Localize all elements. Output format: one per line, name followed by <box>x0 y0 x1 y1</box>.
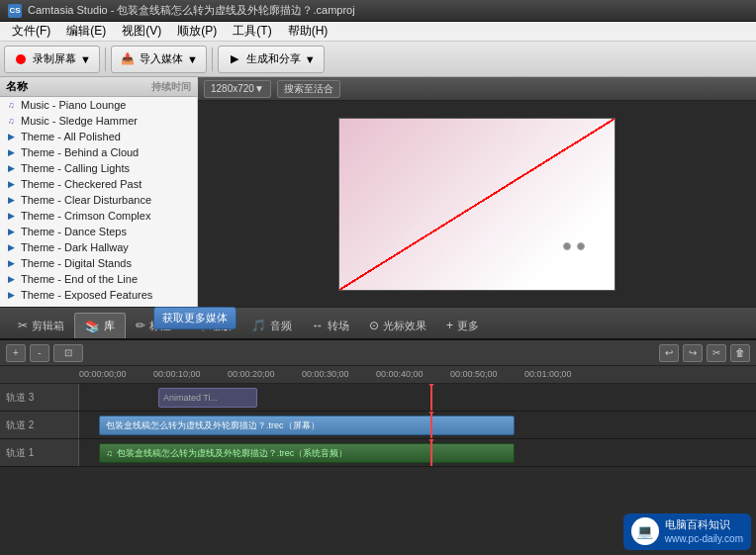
app-icon: CS <box>8 4 22 18</box>
theme-icon: ▶ <box>4 288 18 302</box>
search-field[interactable]: 搜索至活合 <box>277 80 340 98</box>
toolbar-separator <box>105 47 106 71</box>
media-item[interactable]: ▶Theme - Calling Lights <box>0 160 197 176</box>
media-item-label: Theme - Main Event <box>21 305 119 307</box>
tab-更多[interactable]: +更多 <box>436 313 489 338</box>
track-row-1: 轨道 1 ♫ 包装盒线稿怎么转为虚线及外轮廓描边？.trec（系统音频） <box>0 439 756 467</box>
main-content: 名称 持续时间 ♫Music - Piano Lounge♫Music - Sl… <box>0 77 756 307</box>
toolbar-separator-2 <box>212 47 213 71</box>
menu-file[interactable]: 文件(F) <box>4 21 58 42</box>
time-0: 00:00:00;00 <box>79 369 127 379</box>
playhead-2 <box>430 412 432 438</box>
tab-label-音频: 音频 <box>270 319 292 333</box>
animated-clip[interactable]: Animated Ti... <box>158 388 257 408</box>
bottom-tabs: ✂剪辑箱📚库✏标注🔍缩放🎵音频↔转场⊙光标效果+更多 <box>0 307 756 338</box>
media-item[interactable]: ▶Theme - Dance Steps <box>0 224 197 239</box>
time-60: 00:01:00;00 <box>524 369 572 379</box>
media-item[interactable]: ▶Theme - Clear Disturbance <box>0 192 197 208</box>
media-item-label: Theme - Digital Stands <box>21 257 132 269</box>
track-content-1[interactable]: ♫ 包装盒线稿怎么转为虚线及外轮廓描边？.trec（系统音频） <box>79 439 756 466</box>
music-icon: ♫ <box>4 114 18 128</box>
tab-label-转场: 转场 <box>328 319 349 333</box>
time-40: 00:00:40;00 <box>376 369 424 379</box>
time-20: 00:00:20;00 <box>228 369 275 379</box>
track-row-3: 轨道 3 Animated Ti... <box>0 384 756 412</box>
timeline-area: + - ⊡ ↩ ↪ ✂ 🗑 00:00:00;00 00:00:10;00 00… <box>0 338 756 467</box>
track-content-3[interactable]: Animated Ti... <box>79 384 756 411</box>
title-bar: CS Camtasia Studio - 包装盒线稿怎么转为虚线及外轮廓描边？.… <box>0 0 756 22</box>
playhead-3 <box>430 384 432 411</box>
generate-icon: ▶ <box>227 51 242 67</box>
tab-icon-剪辑箱: ✂ <box>18 319 28 332</box>
menu-play[interactable]: 顺放(P) <box>169 21 225 42</box>
media-item-label: Theme - All Polished <box>21 131 121 142</box>
tab-icon-光标效果: ⊙ <box>369 319 379 332</box>
generate-share-button[interactable]: ▶ 生成和分享 ▼ <box>218 46 325 73</box>
redo-button[interactable]: ↪ <box>683 344 703 362</box>
music-icon: ♫ <box>4 98 18 112</box>
split-button[interactable]: ✂ <box>707 344 726 362</box>
import-media-button[interactable]: 📥 导入媒体 ▼ <box>111 46 207 73</box>
theme-icon: ▶ <box>4 193 18 207</box>
media-item[interactable]: ▶Theme - Digital Stands <box>0 255 197 271</box>
time-30: 00:00:30;00 <box>302 369 349 379</box>
tab-转场[interactable]: ↔转场 <box>302 313 359 338</box>
tab-音频[interactable]: 🎵音频 <box>241 313 302 338</box>
panel-header: 名称 持续时间 <box>0 77 197 97</box>
track-label-1: 轨道 1 <box>0 439 79 466</box>
menu-help[interactable]: 帮助(H) <box>280 21 336 42</box>
fit-button[interactable]: ⊡ <box>53 344 83 362</box>
preview-toolbar: 1280x720 ▼ 搜索至活合 <box>198 77 756 101</box>
media-item-label: Theme - End of the Line <box>21 273 138 285</box>
menu-tools[interactable]: 工具(T) <box>225 21 279 42</box>
menu-bar: 文件(F) 编辑(E) 视图(V) 顺放(P) 工具(T) 帮助(H) <box>0 22 756 42</box>
tab-icon-音频: 🎵 <box>251 319 266 332</box>
theme-icon: ▶ <box>4 130 18 143</box>
media-item[interactable]: ▶Theme - End of the Line <box>0 271 197 287</box>
media-item-label: Theme - Exposed Features <box>21 289 152 301</box>
tab-icon-标注: ✏ <box>136 319 145 332</box>
media-item-label: Music - Piano Lounge <box>21 99 126 111</box>
media-item-label: Theme - Behind a Cloud <box>21 146 139 158</box>
resolution-selector[interactable]: 1280x720 ▼ <box>204 80 271 98</box>
watermark-text: 电脑百科知识 www.pc-daily.com <box>665 517 743 546</box>
menu-view[interactable]: 视图(V) <box>114 21 169 42</box>
theme-icon: ▶ <box>4 161 18 175</box>
watermark-icon: 💻 <box>631 517 659 545</box>
record-screen-button[interactable]: 录制屏幕 ▼ <box>4 46 100 73</box>
preview-dots <box>563 242 585 250</box>
theme-icon: ▶ <box>4 209 18 223</box>
theme-icon: ▶ <box>4 256 18 270</box>
tab-icon-库: 📚 <box>85 320 100 333</box>
tab-剪辑箱[interactable]: ✂剪辑箱 <box>8 313 74 338</box>
tab-label-更多: 更多 <box>457 319 479 333</box>
zoom-in-button[interactable]: + <box>6 344 26 362</box>
media-library-panel: 名称 持续时间 ♫Music - Piano Lounge♫Music - Sl… <box>0 77 198 307</box>
theme-icon: ▶ <box>4 177 18 191</box>
undo-button[interactable]: ↩ <box>659 344 679 362</box>
media-item[interactable]: ▶Theme - Exposed Features <box>0 287 197 303</box>
audio-clip[interactable]: ♫ 包装盒线稿怎么转为虚线及外轮廓描边？.trec（系统音频） <box>99 443 515 463</box>
menu-edit[interactable]: 编辑(E) <box>58 21 114 42</box>
media-list[interactable]: ♫Music - Piano Lounge♫Music - Sledge Ham… <box>0 97 197 307</box>
media-item[interactable]: ▶Theme - Behind a Cloud <box>0 144 197 160</box>
tab-光标效果[interactable]: ⊙光标效果 <box>359 313 436 338</box>
tab-库[interactable]: 📚库 <box>74 313 126 338</box>
delete-button[interactable]: 🗑 <box>730 344 750 362</box>
import-icon: 📥 <box>120 51 136 67</box>
tracks-area: 轨道 3 Animated Ti... 轨道 2 包装盒线稿怎么转为虚线及外轮廓… <box>0 384 756 467</box>
media-item[interactable]: ▶Theme - All Polished <box>0 129 197 144</box>
track-content-2[interactable]: 包装盒线稿怎么转为虚线及外轮廓描边？.trec（屏幕） <box>79 412 756 438</box>
media-item[interactable]: ▶Theme - Dark Hallway <box>0 239 197 255</box>
zoom-out-button[interactable]: - <box>30 344 49 362</box>
media-item[interactable]: ♫Music - Piano Lounge <box>0 97 197 113</box>
time-50: 00:00:50;00 <box>450 369 498 379</box>
timeline-toolbar: + - ⊡ ↩ ↪ ✂ 🗑 <box>0 340 756 366</box>
media-item[interactable]: ▶Theme - Checkered Past <box>0 176 197 192</box>
video-clip[interactable]: 包装盒线稿怎么转为虚线及外轮廓描边？.trec（屏幕） <box>99 416 515 435</box>
audio-icon: ♫ <box>106 448 113 458</box>
media-item[interactable]: ▶Theme - Crimson Complex <box>0 208 197 224</box>
media-item[interactable]: ♫Music - Sledge Hammer <box>0 113 197 129</box>
theme-icon: ▶ <box>4 272 18 286</box>
media-item-label: Theme - Checkered Past <box>21 178 142 190</box>
